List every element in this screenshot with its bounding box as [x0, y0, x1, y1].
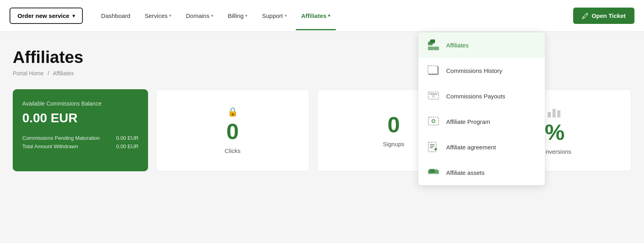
svg-rect-3	[428, 47, 433, 50]
header: Order new service ▾ Dashboard Services ▾…	[0, 0, 644, 32]
breadcrumb-home[interactable]: Portal Home	[13, 70, 44, 76]
open-ticket-button[interactable]: Open Ticket	[573, 8, 634, 24]
svg-rect-16	[430, 144, 435, 145]
commissions-pending-label: Commissions Pending Maturation	[22, 135, 100, 141]
nav-item-support[interactable]: Support ▾	[256, 9, 293, 22]
pencil-icon	[582, 13, 588, 19]
order-btn-chevron-icon: ▾	[72, 13, 75, 19]
svg-rect-22	[432, 169, 438, 173]
total-withdrawn-row: Total Amount Withdrawn 0.00 EUR	[22, 143, 139, 149]
nav-item-affiliates[interactable]: Affiliates ▾	[296, 9, 336, 22]
breadcrumb-current: Affiliates	[53, 70, 74, 76]
clicks-label: Clicks	[224, 147, 240, 154]
nav-item-dashboard[interactable]: Dashboard	[96, 9, 136, 22]
dropdown-commissions-history-label: Commissions History	[446, 67, 502, 74]
affiliates-dropdown: Affiliates Commissions History Commissio…	[418, 32, 545, 186]
svg-rect-24	[552, 109, 556, 118]
bar-chart-icon	[547, 106, 563, 121]
lock-icon: 🔒	[227, 107, 238, 117]
main-content: Affiliates Portal Home / Affiliates Avai…	[0, 32, 644, 187]
clicks-value: 0	[226, 120, 239, 143]
affiliate-assets-icon	[426, 165, 441, 180]
commissions-payouts-icon	[426, 89, 441, 103]
svg-rect-9	[428, 66, 437, 74]
dropdown-item-commissions-history[interactable]: Commissions History	[418, 58, 545, 83]
dropdown-commissions-payouts-label: Commissions Payouts	[446, 93, 505, 100]
balance-label: Available Commissions Balance	[22, 100, 139, 107]
dropdown-item-affiliate-assets[interactable]: Affiliate assets	[418, 160, 545, 185]
nav-item-billing[interactable]: Billing ▾	[222, 9, 253, 22]
support-chevron-icon: ▾	[285, 13, 287, 18]
svg-rect-18	[430, 147, 433, 148]
affiliates-chevron-icon: ▾	[328, 13, 330, 18]
svg-rect-11	[429, 94, 437, 94]
conversions-value: %	[545, 121, 565, 143]
dropdown-affiliates-label: Affiliates	[446, 42, 468, 49]
total-withdrawn-label: Total Amount Withdrawn	[22, 143, 78, 149]
clicks-card: 🔒 0 Clicks	[156, 89, 309, 171]
affiliate-program-icon	[426, 114, 441, 129]
dropdown-item-affiliate-program[interactable]: Affiliate Program	[418, 109, 545, 134]
svg-rect-25	[557, 110, 560, 118]
signups-label: Signups	[383, 141, 404, 147]
affiliate-agreement-icon	[426, 140, 441, 154]
commissions-pending-value: 0.00 EUR	[116, 135, 139, 141]
dropdown-affiliate-agreement-label: Affiliate agreement	[446, 144, 496, 151]
svg-rect-17	[430, 146, 435, 147]
dropdown-item-affiliate-agreement[interactable]: Affiliate agreement	[418, 134, 545, 160]
svg-rect-15	[428, 142, 436, 152]
open-ticket-label: Open Ticket	[591, 12, 626, 19]
svg-rect-23	[548, 112, 551, 118]
services-chevron-icon: ▾	[169, 13, 172, 18]
dropdown-item-affiliates[interactable]: Affiliates	[418, 32, 545, 58]
svg-rect-2	[430, 39, 435, 43]
balance-value: 0.00 EUR	[22, 111, 139, 125]
total-withdrawn-value: 0.00 EUR	[116, 143, 139, 149]
dropdown-affiliate-program-label: Affiliate Program	[446, 118, 490, 125]
nav-item-domains[interactable]: Domains ▾	[180, 9, 219, 22]
billing-chevron-icon: ▾	[245, 13, 248, 18]
commissions-pending-row: Commissions Pending Maturation 0.00 EUR	[22, 135, 139, 141]
dropdown-item-commissions-payouts[interactable]: Commissions Payouts	[418, 83, 545, 109]
affiliates-menu-icon	[426, 38, 441, 52]
signups-value: 0	[387, 114, 400, 136]
svg-rect-4	[433, 47, 439, 50]
balance-card: Available Commissions Balance 0.00 EUR C…	[13, 89, 148, 171]
commissions-history-icon	[426, 63, 441, 78]
breadcrumb-separator: /	[48, 70, 49, 76]
main-nav: Dashboard Services ▾ Domains ▾ Billing ▾…	[96, 9, 573, 22]
order-new-service-button[interactable]: Order new service ▾	[10, 8, 83, 24]
nav-item-services[interactable]: Services ▾	[139, 9, 177, 22]
dropdown-affiliate-assets-label: Affiliate assets	[446, 169, 484, 176]
order-btn-label: Order new service	[18, 12, 69, 19]
domains-chevron-icon: ▾	[211, 13, 213, 18]
